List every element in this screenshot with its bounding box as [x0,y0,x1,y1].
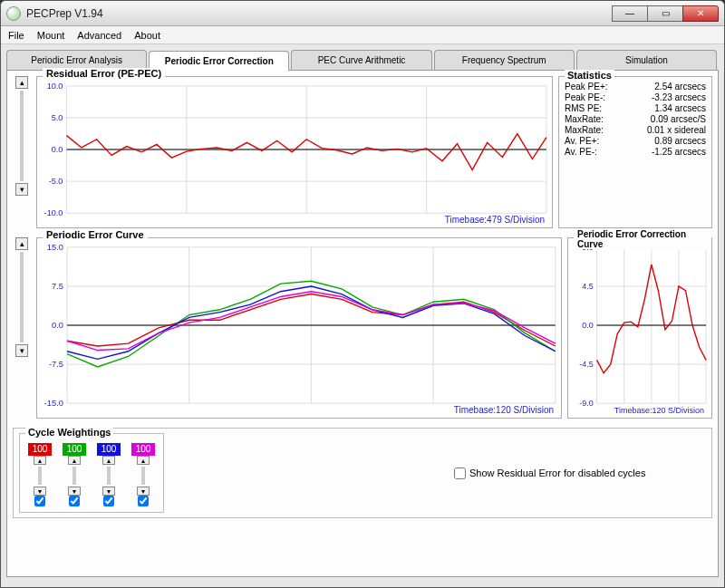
weight-enable-checkbox[interactable] [69,496,80,506]
scroll-down-icon[interactable]: ▾ [15,344,28,357]
scroll-up-icon[interactable]: ▴ [15,237,28,250]
maximize-button[interactable]: ▭ [647,5,683,22]
svg-text:5.0: 5.0 [52,113,63,122]
weight-down-button[interactable]: ▾ [102,487,115,496]
svg-text:-4.5: -4.5 [579,360,593,369]
weight-value: 100 [63,443,86,456]
menu-file[interactable]: File [8,30,24,41]
app-window: PECPrep V1.94 — ▭ ✕ File Mount Advanced … [0,0,725,588]
svg-text:0.0: 0.0 [52,145,63,154]
scroll-down-icon[interactable]: ▾ [15,183,28,196]
weight-up-button[interactable]: ▴ [68,456,81,465]
stat-row: MaxRate:0.01 x sidereal [565,125,706,135]
stat-row: Peak PE-:-3.23 arcsecs [565,92,706,102]
weight-down-button[interactable]: ▾ [68,487,81,496]
tab-analysis[interactable]: Periodic Error Analysis [6,50,147,70]
svg-text:-10.0: -10.0 [44,208,63,217]
titlebar: PECPrep V1.94 — ▭ ✕ [1,1,724,26]
weight-value: 100 [28,443,52,456]
pecurve-chart: Periodic Error Curve 15.07.50.0-7.5-15.0… [36,237,562,419]
weight-col-3: 100▴▾ [130,443,156,506]
pecurve-timebase: Timebase:120 S/Division [454,405,554,415]
pecorr-title: Periodic Error Correction Curve [574,229,711,249]
stat-row: Av. PE-:-1.25 arcsecs [565,147,706,157]
window-title: PECPrep V1.94 [26,7,613,20]
weight-enable-checkbox[interactable] [34,496,45,506]
stat-row: Av. PE+:0.89 arcsecs [565,136,706,146]
svg-text:10.0: 10.0 [47,82,63,91]
weight-enable-checkbox[interactable] [103,496,114,506]
svg-text:-9.0: -9.0 [579,399,593,408]
weight-col-0: 100▴▾ [27,443,53,506]
weight-col-1: 100▴▾ [62,443,87,506]
residual-chart: Residual Error (PE-PEC) 10.05.00.0-5.0-1… [36,76,553,228]
svg-text:-5.0: -5.0 [49,177,63,186]
weight-up-button[interactable]: ▴ [137,456,150,465]
minimize-button[interactable]: — [612,5,648,22]
tab-correction[interactable]: Periodic Error Correction [149,51,289,71]
weight-up-button[interactable]: ▴ [34,456,46,465]
tab-simulation[interactable]: Simulation [576,50,717,70]
svg-text:4.5: 4.5 [582,282,593,291]
statistics-box: Statistics Peak PE+:2.54 arcsecsPeak PE-… [558,76,712,228]
tab-spectrum[interactable]: Frequency Spectrum [434,50,575,70]
stat-row: RMS PE:1.34 arcsecs [565,103,706,113]
weight-value: 100 [131,443,155,456]
stat-row: MaxRate:0.09 arcsec/S [565,114,706,124]
pecorr-timebase: Timebase:120 S/Division [614,406,704,415]
svg-text:7.5: 7.5 [52,282,63,291]
tabstrip: Periodic Error Analysis Periodic Error C… [6,50,719,70]
statistics-title: Statistics [565,70,614,81]
menubar: File Mount Advanced About [1,26,724,44]
tab-arithmetic[interactable]: PEC Curve Arithmetic [291,50,431,70]
menu-about[interactable]: About [134,30,160,41]
weight-down-button[interactable]: ▾ [137,487,150,496]
content-area: Periodic Error Analysis Periodic Error C… [1,44,724,587]
residual-vscroll[interactable]: ▴ ▾ [13,76,31,228]
weight-down-button[interactable]: ▾ [34,487,46,496]
menu-mount[interactable]: Mount [37,30,65,41]
close-button[interactable]: ✕ [682,5,719,22]
svg-text:-15.0: -15.0 [44,399,63,408]
show-residual-label: Show Residual Error for disabled cycles [469,468,645,478]
svg-text:0.0: 0.0 [52,321,63,330]
cycle-weightings-box: Cycle Weightings 100▴▾100▴▾100▴▾100▴▾ [19,433,164,513]
menu-advanced[interactable]: Advanced [77,30,121,41]
show-residual-checkbox[interactable]: Show Residual Error for disabled cycles [454,468,645,479]
weight-col-2: 100▴▾ [96,443,121,506]
pecurve-title: Periodic Error Curve [43,229,148,240]
residual-timebase: Timebase:479 S/Division [445,215,545,225]
show-residual-input[interactable] [454,468,466,479]
scroll-up-icon[interactable]: ▴ [15,76,28,89]
cycle-weightings-title: Cycle Weightings [25,427,113,438]
residual-title: Residual Error (PE-PEC) [43,68,165,79]
tab-panel: ▴ ▾ Residual Error (PE-PEC) 10.05.00.0-5… [6,70,719,577]
svg-text:15.0: 15.0 [47,243,63,252]
svg-text:-7.5: -7.5 [49,360,63,369]
app-icon [6,6,21,21]
weight-enable-checkbox[interactable] [138,496,149,506]
pecurve-vscroll[interactable]: ▴ ▾ [13,237,31,419]
weight-up-button[interactable]: ▴ [102,456,115,465]
svg-text:0.0: 0.0 [582,321,593,330]
stat-row: Peak PE+:2.54 arcsecs [565,82,706,92]
weight-value: 100 [97,443,121,456]
pecorr-chart: Periodic Error Correction Curve 9.04.50.… [567,237,712,419]
